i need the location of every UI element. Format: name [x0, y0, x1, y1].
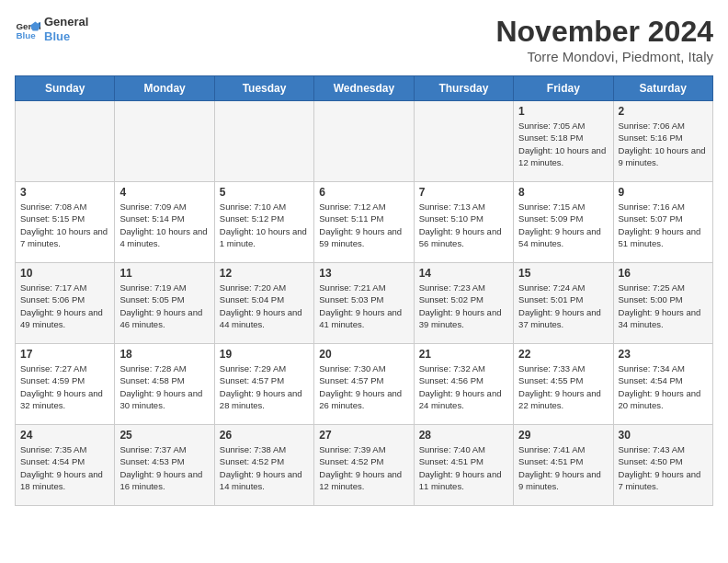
table-row: 2Sunrise: 7:06 AM Sunset: 5:16 PM Daylig… [613, 101, 712, 182]
month-title: November 2024 [495, 15, 713, 49]
day-info: Sunrise: 7:34 AM Sunset: 4:54 PM Dayligh… [619, 362, 708, 411]
day-number: 4 [119, 186, 209, 199]
day-info: Sunrise: 7:43 AM Sunset: 4:50 PM Dayligh… [619, 443, 708, 492]
day-info: Sunrise: 7:10 AM Sunset: 5:12 PM Dayligh… [220, 201, 309, 249]
calendar-week-row: 17Sunrise: 7:27 AM Sunset: 4:59 PM Dayli… [16, 344, 713, 425]
day-info: Sunrise: 7:39 AM Sunset: 4:52 PM Dayligh… [319, 443, 408, 492]
day-info: Sunrise: 7:27 AM Sunset: 4:59 PM Dayligh… [20, 362, 109, 411]
col-friday: Friday [514, 76, 613, 101]
table-row: 16Sunrise: 7:25 AM Sunset: 5:00 PM Dayli… [613, 263, 712, 344]
table-row: 21Sunrise: 7:32 AM Sunset: 4:56 PM Dayli… [414, 344, 513, 425]
day-info: Sunrise: 7:13 AM Sunset: 5:10 PM Dayligh… [419, 201, 508, 249]
day-info: Sunrise: 7:25 AM Sunset: 5:00 PM Dayligh… [619, 282, 708, 330]
day-number: 5 [220, 186, 309, 199]
table-row: 15Sunrise: 7:24 AM Sunset: 5:01 PM Dayli… [514, 263, 613, 344]
table-row: 6Sunrise: 7:12 AM Sunset: 5:11 PM Daylig… [314, 182, 414, 263]
table-row: 5Sunrise: 7:10 AM Sunset: 5:12 PM Daylig… [214, 182, 313, 263]
day-number: 14 [419, 267, 508, 280]
table-row: 10Sunrise: 7:17 AM Sunset: 5:06 PM Dayli… [16, 263, 115, 344]
table-row: 11Sunrise: 7:19 AM Sunset: 5:05 PM Dayli… [115, 263, 214, 344]
table-row: 29Sunrise: 7:41 AM Sunset: 4:51 PM Dayli… [514, 425, 613, 506]
day-info: Sunrise: 7:17 AM Sunset: 5:06 PM Dayligh… [20, 282, 109, 330]
table-row: 17Sunrise: 7:27 AM Sunset: 4:59 PM Dayli… [16, 344, 115, 425]
table-row: 20Sunrise: 7:30 AM Sunset: 4:57 PM Dayli… [314, 344, 414, 425]
logo-text-blue: Blue [44, 29, 88, 44]
day-number: 13 [319, 267, 408, 280]
day-number: 23 [619, 348, 708, 361]
day-info: Sunrise: 7:05 AM Sunset: 5:18 PM Dayligh… [518, 120, 608, 168]
day-info: Sunrise: 7:08 AM Sunset: 5:15 PM Dayligh… [20, 201, 109, 249]
table-row [214, 101, 313, 182]
day-number: 18 [119, 348, 209, 361]
day-number: 19 [220, 348, 309, 361]
day-number: 7 [419, 186, 508, 199]
col-sunday: Sunday [16, 76, 115, 101]
table-row: 7Sunrise: 7:13 AM Sunset: 5:10 PM Daylig… [414, 182, 513, 263]
logo-text-general: General [44, 15, 88, 29]
calendar-week-row: 1Sunrise: 7:05 AM Sunset: 5:18 PM Daylig… [16, 101, 713, 182]
table-row [414, 101, 513, 182]
day-info: Sunrise: 7:06 AM Sunset: 5:16 PM Dayligh… [619, 120, 708, 168]
day-info: Sunrise: 7:16 AM Sunset: 5:07 PM Dayligh… [619, 201, 708, 249]
day-info: Sunrise: 7:32 AM Sunset: 4:56 PM Dayligh… [419, 362, 508, 411]
day-info: Sunrise: 7:15 AM Sunset: 5:09 PM Dayligh… [518, 201, 608, 249]
table-row: 27Sunrise: 7:39 AM Sunset: 4:52 PM Dayli… [314, 425, 414, 506]
col-wednesday: Wednesday [314, 76, 414, 101]
table-row: 9Sunrise: 7:16 AM Sunset: 5:07 PM Daylig… [613, 182, 712, 263]
logo: General Blue General Blue [15, 15, 88, 43]
table-row: 4Sunrise: 7:09 AM Sunset: 5:14 PM Daylig… [115, 182, 214, 263]
day-number: 20 [319, 348, 408, 361]
svg-text:Blue: Blue [16, 29, 36, 40]
logo-icon: General Blue [15, 17, 40, 42]
table-row: 24Sunrise: 7:35 AM Sunset: 4:54 PM Dayli… [16, 425, 115, 506]
calendar-table: Sunday Monday Tuesday Wednesday Thursday… [15, 75, 713, 506]
table-row: 13Sunrise: 7:21 AM Sunset: 5:03 PM Dayli… [314, 263, 414, 344]
day-info: Sunrise: 7:09 AM Sunset: 5:14 PM Dayligh… [119, 201, 209, 249]
day-number: 12 [220, 267, 309, 280]
day-info: Sunrise: 7:38 AM Sunset: 4:52 PM Dayligh… [220, 443, 309, 492]
table-row: 8Sunrise: 7:15 AM Sunset: 5:09 PM Daylig… [514, 182, 613, 263]
table-row: 22Sunrise: 7:33 AM Sunset: 4:55 PM Dayli… [514, 344, 613, 425]
day-info: Sunrise: 7:24 AM Sunset: 5:01 PM Dayligh… [518, 282, 608, 330]
day-info: Sunrise: 7:28 AM Sunset: 4:58 PM Dayligh… [119, 362, 209, 411]
page-header: General Blue General Blue November 2024 … [15, 15, 713, 64]
title-area: November 2024 Torre Mondovi, Piedmont, I… [495, 15, 713, 64]
day-number: 9 [619, 186, 708, 199]
day-info: Sunrise: 7:12 AM Sunset: 5:11 PM Dayligh… [319, 201, 408, 249]
day-info: Sunrise: 7:37 AM Sunset: 4:53 PM Dayligh… [119, 443, 209, 492]
table-row: 18Sunrise: 7:28 AM Sunset: 4:58 PM Dayli… [115, 344, 214, 425]
day-number: 10 [20, 267, 109, 280]
table-row: 23Sunrise: 7:34 AM Sunset: 4:54 PM Dayli… [613, 344, 712, 425]
table-row: 1Sunrise: 7:05 AM Sunset: 5:18 PM Daylig… [514, 101, 613, 182]
table-row: 3Sunrise: 7:08 AM Sunset: 5:15 PM Daylig… [16, 182, 115, 263]
day-info: Sunrise: 7:40 AM Sunset: 4:51 PM Dayligh… [419, 443, 508, 492]
day-number: 11 [119, 267, 209, 280]
day-info: Sunrise: 7:41 AM Sunset: 4:51 PM Dayligh… [518, 443, 608, 492]
calendar-header-row: Sunday Monday Tuesday Wednesday Thursday… [16, 76, 713, 101]
table-row [314, 101, 414, 182]
day-number: 21 [419, 348, 508, 361]
table-row [16, 101, 115, 182]
day-number: 29 [518, 429, 608, 442]
day-info: Sunrise: 7:23 AM Sunset: 5:02 PM Dayligh… [419, 282, 508, 330]
table-row: 14Sunrise: 7:23 AM Sunset: 5:02 PM Dayli… [414, 263, 513, 344]
day-number: 6 [319, 186, 408, 199]
table-row: 25Sunrise: 7:37 AM Sunset: 4:53 PM Dayli… [115, 425, 214, 506]
day-number: 1 [518, 105, 608, 118]
day-number: 15 [518, 267, 608, 280]
col-monday: Monday [115, 76, 214, 101]
table-row: 28Sunrise: 7:40 AM Sunset: 4:51 PM Dayli… [414, 425, 513, 506]
day-number: 3 [20, 186, 109, 199]
day-number: 22 [518, 348, 608, 361]
day-number: 16 [619, 267, 708, 280]
table-row: 19Sunrise: 7:29 AM Sunset: 4:57 PM Dayli… [214, 344, 313, 425]
day-number: 27 [319, 429, 408, 442]
col-saturday: Saturday [613, 76, 712, 101]
table-row: 12Sunrise: 7:20 AM Sunset: 5:04 PM Dayli… [214, 263, 313, 344]
day-number: 26 [220, 429, 309, 442]
day-info: Sunrise: 7:30 AM Sunset: 4:57 PM Dayligh… [319, 362, 408, 411]
calendar-week-row: 24Sunrise: 7:35 AM Sunset: 4:54 PM Dayli… [16, 425, 713, 506]
day-number: 25 [119, 429, 209, 442]
col-thursday: Thursday [414, 76, 513, 101]
day-info: Sunrise: 7:29 AM Sunset: 4:57 PM Dayligh… [220, 362, 309, 411]
